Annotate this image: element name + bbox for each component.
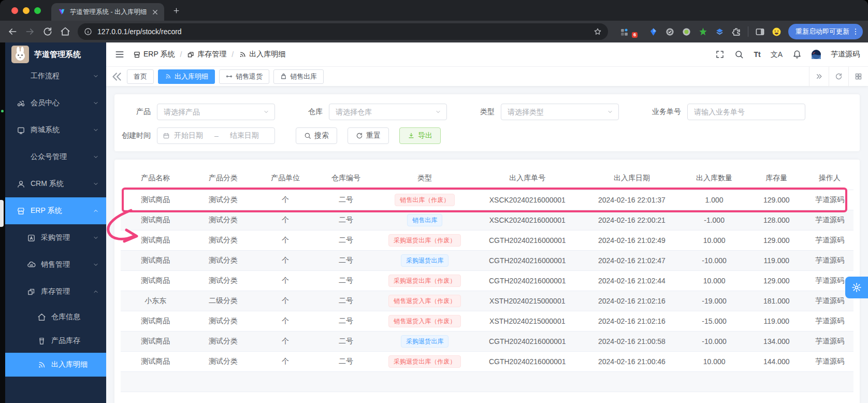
cell-date: 2024-02-16 22:01:37 <box>582 190 681 210</box>
reload-icon[interactable] <box>42 26 53 37</box>
reset-button[interactable]: 重置 <box>348 127 389 144</box>
table-row[interactable]: 测试商品测试分类个二号采购退货出库CGTH202402160000012024-… <box>121 250 853 270</box>
signal-icon <box>239 51 247 59</box>
site-info-icon[interactable] <box>84 27 92 36</box>
breadcrumb-item[interactable]: 库存管理 <box>187 50 226 59</box>
extension-dark-circle-icon[interactable] <box>665 27 675 37</box>
type-badge: 采购退货出库（作废） <box>388 275 461 287</box>
table-row[interactable]: 小东东二级分类个二号销售退货入库（作废）XSTH2024021500000120… <box>121 291 853 311</box>
date-range-picker[interactable]: 开始日期 – 结束日期 <box>157 127 275 144</box>
navbar-actions: Tt 文A 芋道源码 <box>715 50 860 59</box>
refresh-page-icon[interactable] <box>835 73 843 80</box>
extension-green-circle-icon[interactable] <box>682 27 691 37</box>
browser-tab[interactable]: 芋道管理系统 - 出入库明细 <box>51 3 164 21</box>
notification-bell-icon[interactable] <box>792 50 802 59</box>
extension-layers-icon[interactable] <box>715 27 725 37</box>
cell-quantity: -19.000 <box>681 291 747 311</box>
cell-quantity: -10.000 <box>681 331 747 351</box>
window-maximize-button[interactable] <box>34 7 41 14</box>
font-size-icon[interactable]: Tt <box>754 51 760 58</box>
tag-tab[interactable]: 出入库明细 <box>158 69 215 84</box>
tags-scroll-left-icon[interactable] <box>110 70 124 83</box>
sidebar-item[interactable]: 会员中心 <box>5 90 106 117</box>
window-close-button[interactable] <box>11 7 18 14</box>
filter-select[interactable] <box>157 104 275 120</box>
collapse-sidebar-icon[interactable] <box>114 49 125 60</box>
sidebar-item[interactable]: 商城系统 <box>5 117 106 143</box>
chevron-down-icon <box>93 73 99 79</box>
signal-icon <box>165 73 171 80</box>
breadcrumb-item[interactable]: ERP 系统 <box>133 50 175 59</box>
search-icon[interactable] <box>734 50 744 59</box>
cell-unit: 个 <box>256 250 315 270</box>
table-row[interactable]: 测试商品测试分类个二号采购退货出库（作废）CGTH202402160000012… <box>121 230 853 250</box>
filter-input-field[interactable] <box>335 107 431 117</box>
export-button-label: 导出 <box>418 131 432 140</box>
browser-update-button[interactable]: 重新启动即可更新 <box>788 24 863 39</box>
cell-warehouse: 二号 <box>315 311 377 331</box>
bag-icon <box>280 73 287 80</box>
search-button[interactable]: 搜索 <box>296 127 337 144</box>
filter-select[interactable] <box>329 104 447 120</box>
tab-close-icon[interactable] <box>151 8 159 16</box>
browser-toolbar: 127.0.0.1/erp/stock/record 6 重新启动即可更新 <box>0 21 868 42</box>
sidebar-item[interactable]: 库存管理 <box>5 278 106 305</box>
chevron-down-icon <box>93 262 99 268</box>
export-button[interactable]: 导出 <box>399 127 441 144</box>
username[interactable]: 芋道源码 <box>831 50 860 59</box>
language-icon[interactable]: 文A <box>771 51 783 58</box>
sidebar-item[interactable]: 仓库信息 <box>5 305 106 329</box>
table-row[interactable]: 测试商品测试分类个二号销售出库（作废）XSCK20240216000001202… <box>121 190 853 210</box>
browser-home-icon[interactable] <box>60 26 70 37</box>
table-row[interactable]: 测试商品测试分类个二号销售退货入库（作废）XSTH202402150000012… <box>121 311 853 331</box>
table-row[interactable]: 测试商品测试分类个二号采购退货出库CGTH202402160000012024-… <box>121 331 853 351</box>
bookmark-star-icon[interactable] <box>594 27 602 36</box>
theme-settings-button[interactable] <box>845 277 868 298</box>
browser-menu-icon[interactable] <box>851 27 860 36</box>
layout-grid-icon[interactable] <box>855 73 862 80</box>
sidebar-item[interactable]: 产品库存 <box>5 329 106 353</box>
extension-green-star-icon[interactable] <box>698 27 708 37</box>
date-end-placeholder[interactable]: 结束日期 <box>230 131 259 140</box>
window-minimize-button[interactable] <box>23 7 30 14</box>
back-icon[interactable] <box>7 26 18 37</box>
new-tab-button[interactable] <box>169 4 183 17</box>
tag-tab[interactable]: 首页 <box>127 69 154 84</box>
sidebar-item[interactable]: 公众号管理 <box>5 143 106 170</box>
side-panel-icon[interactable] <box>755 27 765 37</box>
sidebar-item[interactable]: 销售管理 <box>5 251 106 278</box>
cell-unit: 个 <box>256 311 315 331</box>
sidebar-item[interactable]: ERP 系统 <box>5 197 106 224</box>
filter-input-field[interactable] <box>163 107 259 117</box>
url-text[interactable]: 127.0.0.1/erp/stock/record <box>97 27 588 36</box>
table-row[interactable]: 测试商品测试分类个二号采购退货出库（作废）CGTH202402160000012… <box>121 270 853 291</box>
tag-tab[interactable]: 销售出库 <box>273 69 324 84</box>
sidebar-item[interactable]: 出入库明细 <box>5 353 106 377</box>
breadcrumb-item[interactable]: 出入库明细 <box>239 50 285 59</box>
app-logo-row[interactable]: 芋道管理系统 <box>5 42 106 66</box>
date-start-placeholder[interactable]: 开始日期 <box>174 131 203 140</box>
filter-input-field[interactable] <box>693 107 800 117</box>
sidebar-item[interactable]: 工作流程 <box>5 63 106 90</box>
table-row[interactable]: 测试商品测试分类个二号采购退货出库（作废）CGTH202402160000012… <box>121 351 853 371</box>
sidebar-item[interactable]: CRM 系统 <box>5 170 106 197</box>
filter-select[interactable] <box>501 104 619 120</box>
desktop-indicator-dot <box>1 110 4 112</box>
tags-scroll-right-icon[interactable] <box>815 73 823 80</box>
cell-product: 测试商品 <box>121 351 190 371</box>
forward-icon[interactable] <box>25 26 35 37</box>
breadcrumb-separator: / <box>180 50 182 59</box>
extensions-menu-icon[interactable] <box>731 27 741 37</box>
filter-input[interactable] <box>687 104 805 120</box>
sidebar-item[interactable]: 采购管理 <box>5 224 106 251</box>
fullscreen-icon[interactable] <box>715 50 725 59</box>
filter-input-field[interactable] <box>507 107 603 117</box>
table-row[interactable]: 测试商品测试分类个二号销售出库XSCK202402160000012024-02… <box>121 210 853 230</box>
extension-kite-icon[interactable] <box>648 27 658 37</box>
cell-order_no: CGTH20240216000001 <box>472 331 582 351</box>
browser-profile-avatar[interactable] <box>772 27 782 37</box>
extension-blocks-icon[interactable] <box>619 27 629 37</box>
address-bar[interactable]: 127.0.0.1/erp/stock/record <box>78 23 608 40</box>
tag-tab[interactable]: 销售退货 <box>219 69 269 84</box>
user-avatar[interactable] <box>812 50 821 59</box>
